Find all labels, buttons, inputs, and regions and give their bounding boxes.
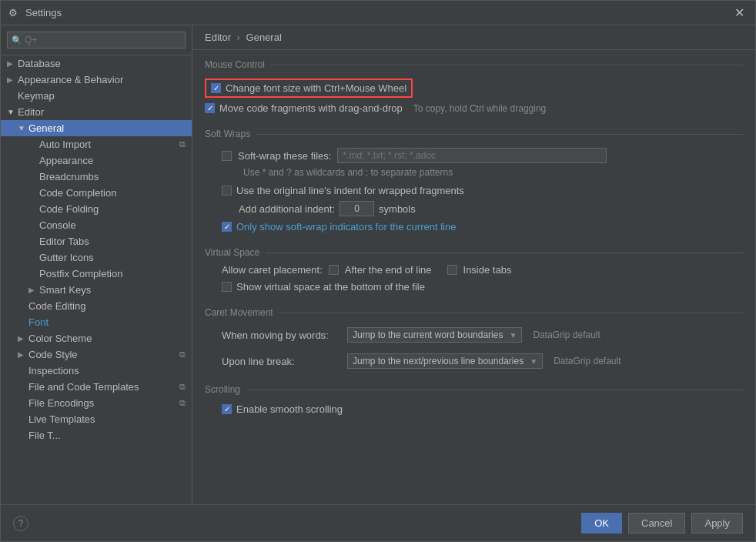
upon-line-break-default: DataGrip default bbox=[554, 356, 621, 366]
move-code-label: Move code fragments with drag-and-drop bbox=[219, 102, 403, 114]
app-icon: ⚙ bbox=[8, 7, 21, 19]
only-show-indicators-checkbox[interactable] bbox=[222, 222, 232, 232]
content-area: 🔍 ▶ Database ▶ Appearance & Behavior Key… bbox=[1, 25, 755, 504]
sidebar-item-label: Console bbox=[39, 219, 186, 231]
arrow-icon bbox=[28, 237, 39, 246]
dialog-title: Settings bbox=[25, 7, 62, 18]
arrow-icon bbox=[18, 366, 28, 375]
sidebar-item-label: Live Templates bbox=[28, 413, 186, 425]
after-end-checkbox[interactable] bbox=[329, 265, 339, 275]
virtual-space-section: Virtual Space Allow caret placement: Aft… bbox=[205, 247, 743, 295]
upon-line-break-dropdown[interactable]: Jump to the next/previous line boundarie… bbox=[347, 353, 543, 369]
search-box: 🔍 bbox=[1, 25, 192, 55]
sidebar-item-label: Auto Import bbox=[39, 139, 176, 150]
allow-caret-label: Allow caret placement: bbox=[222, 264, 323, 276]
upon-line-break-value: Jump to the next/previous line boundarie… bbox=[353, 356, 524, 366]
sidebar-item-code-folding[interactable]: Code Folding bbox=[1, 201, 192, 217]
sidebar-item-font[interactable]: Font bbox=[1, 314, 192, 330]
use-original-indent-checkbox[interactable] bbox=[222, 186, 232, 196]
show-virtual-space-option: Show virtual space at the bottom of the … bbox=[222, 279, 743, 295]
arrow-icon bbox=[28, 156, 39, 165]
after-end-label: After the end of line bbox=[345, 264, 432, 276]
sidebar-item-editor-tabs[interactable]: Editor Tabs bbox=[1, 233, 192, 249]
sidebar-item-label: Code Style bbox=[28, 349, 176, 360]
arrow-icon bbox=[28, 269, 39, 278]
help-icon: ? bbox=[18, 518, 24, 529]
enable-smooth-checkbox[interactable] bbox=[222, 404, 232, 414]
apply-button[interactable]: Apply bbox=[691, 513, 743, 534]
sidebar-item-label: File Encodings bbox=[28, 397, 176, 409]
soft-wraps-section: Soft Wraps Soft-wrap these files: Use * … bbox=[205, 129, 743, 235]
add-indent-input[interactable] bbox=[340, 201, 374, 216]
sidebar-item-color-scheme[interactable]: ▶ Color Scheme bbox=[1, 330, 192, 346]
sidebar-item-postfix-completion[interactable]: Postfix Completion bbox=[1, 266, 192, 282]
sidebar-item-inspections[interactable]: Inspections bbox=[1, 363, 192, 379]
soft-wraps-content: Soft-wrap these files: Use * and ? as wi… bbox=[205, 146, 743, 235]
sidebar-item-code-style[interactable]: ▶ Code Style ⧉ bbox=[1, 346, 192, 363]
add-indent-suffix: symbols bbox=[379, 203, 416, 215]
use-original-indent-option: Use the original line's indent for wrapp… bbox=[222, 182, 743, 199]
show-virtual-space-label: Show virtual space at the bottom of the … bbox=[236, 281, 425, 293]
change-font-checkbox[interactable] bbox=[211, 83, 221, 93]
move-code-option: Move code fragments with drag-and-drop T… bbox=[205, 100, 743, 116]
only-show-indicators-option: Only show soft-wrap indicators for the c… bbox=[222, 219, 743, 235]
sidebar-item-label: Keymap bbox=[18, 90, 186, 102]
sidebar-item-label: Postfix Completion bbox=[39, 268, 186, 279]
arrow-icon bbox=[18, 431, 28, 440]
arrow-icon: ▶ bbox=[18, 334, 28, 343]
scrolling-header: Scrolling bbox=[205, 384, 743, 395]
search-input[interactable] bbox=[7, 32, 186, 49]
add-indent-label: Add additional indent: bbox=[239, 203, 335, 215]
breadcrumb-separator: › bbox=[237, 32, 240, 43]
sidebar-item-label: Appearance bbox=[39, 155, 186, 166]
show-virtual-space-checkbox[interactable] bbox=[222, 282, 232, 292]
settings-content: Mouse Control Change font size with Ctrl… bbox=[192, 50, 755, 504]
cancel-button[interactable]: Cancel bbox=[628, 513, 685, 534]
sidebar-item-file-t[interactable]: File T... bbox=[1, 427, 192, 443]
copy-icon: ⧉ bbox=[179, 398, 186, 408]
sidebar-item-auto-import[interactable]: Auto Import ⧉ bbox=[1, 136, 192, 152]
wildcard-hint: Use * and ? as wildcards and ; to separa… bbox=[222, 166, 743, 178]
sidebar-item-file-code-templates[interactable]: File and Code Templates ⧉ bbox=[1, 379, 192, 395]
soft-wrap-pattern-input[interactable] bbox=[337, 148, 607, 163]
move-code-checkbox[interactable] bbox=[205, 103, 215, 113]
sidebar-item-live-templates[interactable]: Live Templates bbox=[1, 411, 192, 427]
close-button[interactable]: ✕ bbox=[731, 5, 748, 21]
ok-button[interactable]: OK bbox=[581, 513, 622, 534]
dropdown-arrow-icon: ▼ bbox=[510, 331, 517, 340]
sidebar-item-code-completion[interactable]: Code Completion bbox=[1, 185, 192, 201]
use-original-indent-label: Use the original line's indent for wrapp… bbox=[236, 185, 464, 196]
sidebar-item-label: File and Code Templates bbox=[28, 381, 176, 393]
sidebar-item-code-editing[interactable]: Code Editing bbox=[1, 298, 192, 314]
soft-wraps-header: Soft Wraps bbox=[205, 129, 743, 139]
main-panel: Editor › General Mouse Control Change fo… bbox=[192, 25, 755, 504]
enable-smooth-option: Enable smooth scrolling bbox=[222, 401, 743, 417]
help-button[interactable]: ? bbox=[13, 516, 28, 531]
scrolling-section: Scrolling Enable smooth scrolling bbox=[205, 384, 743, 417]
sidebar-item-database[interactable]: ▶ Database bbox=[1, 55, 192, 72]
when-moving-words-dropdown[interactable]: Jump to the current word boundaries ▼ bbox=[347, 327, 522, 343]
copy-icon: ⧉ bbox=[179, 139, 186, 149]
virtual-space-content: Allow caret placement: After the end of … bbox=[205, 264, 743, 295]
sidebar-item-breadcrumbs[interactable]: Breadcrumbs bbox=[1, 169, 192, 185]
sidebar-item-file-encodings[interactable]: File Encodings ⧉ bbox=[1, 395, 192, 411]
arrow-icon bbox=[28, 205, 39, 213]
copy-icon: ⧉ bbox=[179, 350, 186, 360]
sidebar-item-appearance[interactable]: Appearance bbox=[1, 152, 192, 169]
inside-tabs-checkbox[interactable] bbox=[447, 265, 457, 275]
sidebar-item-smart-keys[interactable]: ▶ Smart Keys bbox=[1, 282, 192, 298]
arrow-icon bbox=[28, 140, 39, 149]
sidebar-item-keymap[interactable]: Keymap bbox=[1, 88, 192, 104]
mouse-control-header: Mouse Control bbox=[205, 59, 743, 70]
sidebar-item-editor[interactable]: ▼ Editor bbox=[1, 104, 192, 120]
when-moving-words-label: When moving by words: bbox=[222, 330, 341, 341]
sidebar-item-gutter-icons[interactable]: Gutter Icons bbox=[1, 249, 192, 266]
sidebar-item-label: Editor bbox=[18, 106, 186, 118]
soft-wrap-files-checkbox[interactable] bbox=[222, 151, 232, 161]
caret-movement-content: When moving by words: Jump to the curren… bbox=[205, 324, 743, 372]
arrow-icon bbox=[18, 399, 28, 407]
sidebar-item-general[interactable]: ▼ General bbox=[1, 120, 192, 136]
arrow-icon: ▶ bbox=[18, 350, 28, 359]
sidebar-item-console[interactable]: Console bbox=[1, 217, 192, 233]
sidebar-item-appearance-behavior[interactable]: ▶ Appearance & Behavior bbox=[1, 72, 192, 88]
